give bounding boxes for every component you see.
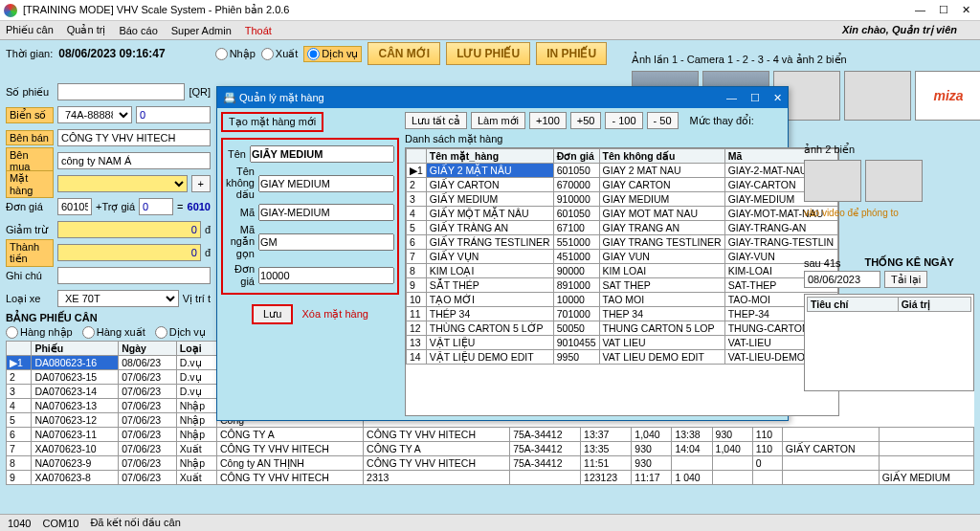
sophieu-label: Số phiếu (6, 86, 54, 99)
loaixe-input[interactable]: XE 70T (57, 290, 179, 307)
table-row[interactable]: 7XA070623-1007/06/23XuấtCÔNG TY VHV HITE… (7, 442, 974, 456)
ghichu-input[interactable] (57, 267, 211, 284)
video-caption: vào video để phóng to (804, 208, 974, 218)
thongke-label: THỐNG KÊ NGÀY (845, 256, 974, 269)
dialog-maximize-icon[interactable]: ☐ (750, 92, 760, 104)
benban-input[interactable] (57, 129, 211, 146)
table-row[interactable]: 12THÙNG CARTON 5 LỚP50050THUNG CARTON 5 … (407, 321, 838, 336)
tab-hangxuat[interactable]: Hàng xuất (82, 326, 145, 339)
window-title: [TRAINING MODE] VHV Scale System - Phiên… (23, 4, 289, 16)
mathang-add-button[interactable]: + (191, 175, 211, 192)
minimize-icon[interactable]: — (915, 4, 925, 16)
list-label: Danh sách mặt hàng (405, 133, 839, 145)
stat-date-input[interactable] (804, 271, 880, 288)
table-row[interactable]: 4GIẤY MỘT MẶT NÂU601050GIAY MOT MAT NAUG… (407, 207, 838, 221)
dongia-input[interactable] (57, 198, 92, 215)
maximize-icon[interactable]: ☐ (939, 4, 948, 16)
menubar: Phiếu cân Quản trị Báo cáo Super Admin T… (0, 21, 980, 40)
ma-input[interactable] (258, 204, 394, 221)
form-area: Số phiếu[QR] Biển số74A-88888 Bên bán Bê… (6, 82, 211, 312)
luuphieu-button[interactable]: LƯU PHIẾU (446, 42, 530, 65)
trogia-input[interactable] (139, 198, 173, 215)
lammoi-button[interactable]: Làm mới (471, 112, 525, 129)
table-row[interactable]: ▶1GIẤY 2 MẶT NÂU601050GIAY 2 MAT NAUGIAY… (407, 164, 838, 178)
loaixe-label: Loại xe (6, 293, 54, 305)
status-msg: Đã kết nối đầu cân (90, 517, 180, 529)
luu-button[interactable]: Lưu (252, 304, 293, 324)
table-row[interactable]: 2GIẤY CARTON670000GIAY CARTONGIAY-CARTON (407, 178, 838, 192)
mathang-label: Mặt hàng (6, 170, 54, 198)
close-icon[interactable]: ✕ (962, 4, 970, 16)
table-row[interactable]: 3GIẤY MEDIUM910000GIAY MEDIUMGIAY-MEDIUM (407, 192, 838, 207)
qr-label[interactable]: [QR] (189, 86, 211, 98)
statusbar: 1040 COM10 Đã kết nối đầu cân (0, 514, 980, 531)
plate-thumb-1[interactable] (804, 160, 861, 202)
thanhtien-input[interactable] (57, 244, 201, 261)
giamtru-label: Giảm trừ (6, 224, 54, 236)
table-row[interactable]: 6GIẤY TRÁNG TESTLINER551000GIAY TRANG TE… (407, 235, 838, 250)
table-row[interactable]: 11THÉP 34701000THEP 34THEP-34 (407, 307, 838, 321)
menu-baocao[interactable]: Báo cáo (119, 25, 157, 36)
d-dongia-input[interactable] (258, 267, 394, 284)
ghichu-label: Ghi chú (6, 270, 54, 281)
dialog-title: Quản lý mặt hàng (239, 92, 324, 104)
table-row[interactable]: 13VẬT LIỆU9010455VAT LIEUVAT-LIEU (407, 336, 838, 350)
minus50-button[interactable]: - 50 (647, 112, 679, 129)
product-grid[interactable]: Tên mặt_hàngĐơn giáTên không dấuMã▶1GIẤY… (405, 147, 839, 416)
luutatca-button[interactable]: Lưu tất cả (405, 112, 467, 129)
plus100-button[interactable]: +100 (529, 112, 567, 129)
inphieu-button[interactable]: IN PHIẾU (536, 42, 607, 65)
tab-dichvu[interactable]: Dịch vụ (155, 326, 206, 339)
cam-thumb-miza[interactable]: miza (915, 71, 980, 121)
table-row[interactable]: 9SẮT THÉP891000SAT THEPSAT-THEP (407, 278, 838, 293)
table-row[interactable]: 6NA070623-1107/06/23NhậpCÔNG TY ACÔNG TY… (7, 428, 974, 442)
menu-superadmin[interactable]: Super Admin (171, 25, 232, 36)
menu-quantri[interactable]: Quản trị (67, 24, 106, 36)
anh2bien-label: ảnh 2 biển (804, 144, 974, 156)
table-row[interactable]: 14VẬT LIỆU DEMO EDIT9950VAT LIEU DEMO ED… (407, 350, 838, 365)
table-row[interactable]: 8KIM LOẠI90000KIM LOAIKIM-LOAI (407, 264, 838, 278)
table-row[interactable]: 10TẠO MỚI10000TAO MOITAO-MOI (407, 293, 838, 307)
sau-label: sau 41s (804, 257, 841, 269)
benmua-input[interactable] (57, 152, 211, 169)
radio-nhap[interactable]: Nhập (215, 48, 256, 60)
plate-thumb-2[interactable] (865, 160, 923, 202)
thanhtien-label: Thành tiền (6, 239, 54, 267)
time-label: Thời gian: (6, 48, 53, 60)
welcome-text: Xin chào, Quản trị viên (842, 24, 974, 36)
plus50-button[interactable]: +50 (570, 112, 602, 129)
canmoi-button[interactable]: CÂN MỚI (368, 42, 440, 65)
table-row[interactable]: 9XA070623-807/06/23XuấtCÔNG TY VHV HITEC… (7, 471, 974, 485)
ten-input[interactable] (250, 145, 394, 163)
menu-phieucan[interactable]: Phiếu cân (6, 24, 54, 36)
xoa-link[interactable]: Xóa mặt hàng (302, 308, 368, 320)
tenkd-input[interactable] (258, 175, 394, 192)
radio-dichvu[interactable]: Dịch vụ (303, 46, 362, 62)
bang-title: BẢNG PHIẾU CÂN (6, 312, 206, 324)
status-com: COM10 (42, 518, 78, 529)
dialog-close-icon[interactable]: ✕ (773, 92, 782, 104)
camera-label: Ảnh lần 1 - Camera 1 - 2 - 3 - 4 và ảnh … (632, 54, 847, 66)
bienso-input[interactable]: 74A-88888 (57, 106, 132, 123)
app-logo-icon (4, 4, 17, 17)
sophieu-input[interactable] (57, 83, 185, 100)
bienso-zero[interactable] (136, 106, 211, 123)
dialog-minimize-icon[interactable]: — (726, 92, 737, 104)
table-row[interactable]: 8NA070623-907/06/23NhậpCông ty AN THỊNHC… (7, 456, 974, 471)
minus100-button[interactable]: - 100 (605, 112, 642, 129)
table-row[interactable]: 5GIẤY TRÀNG AN67100GIAY TRANG ANGIAY-TRA… (407, 221, 838, 235)
tailai-button[interactable]: Tải lại (884, 271, 927, 288)
create-product-label: Tạo mặt hàng mới (221, 112, 323, 132)
product-dialog: 📇 Quản lý mặt hàng —☐✕ Tạo mặt hàng mới … (216, 86, 789, 421)
giamtru-input[interactable] (57, 221, 201, 238)
mang-input[interactable] (258, 233, 394, 251)
status-count: 1040 (8, 518, 31, 529)
radio-xuat[interactable]: Xuất (261, 48, 299, 60)
cam-thumb-4[interactable] (844, 71, 911, 121)
benban-label: Bên bán (6, 130, 54, 145)
mathang-input[interactable] (57, 175, 188, 192)
stat-box: Tiêu chíGiá trị (804, 294, 974, 391)
tab-hangnhap[interactable]: Hàng nhập (6, 326, 73, 339)
table-row[interactable]: 7GIẤY VỤN451000GIAY VUNGIAY-VUN (407, 250, 838, 264)
menu-thoat[interactable]: Thoát (245, 25, 272, 36)
